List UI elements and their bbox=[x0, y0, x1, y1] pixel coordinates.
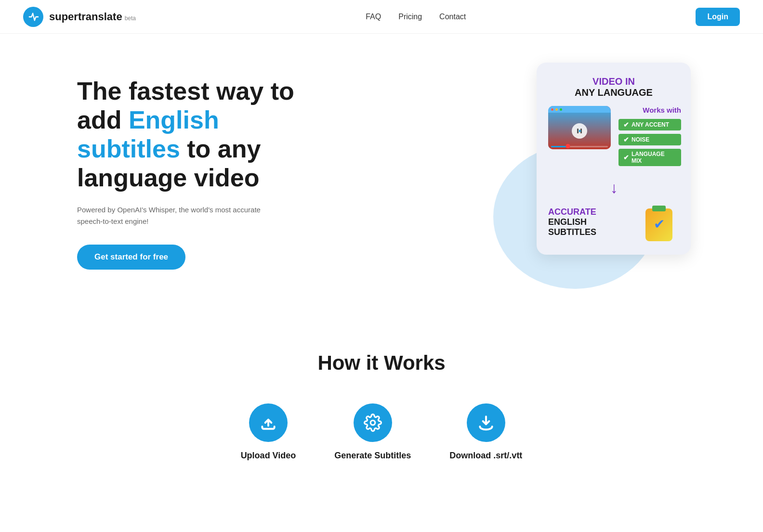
gear-icon bbox=[364, 414, 382, 432]
video-in-line1: VIDEO IN bbox=[548, 76, 679, 87]
progress-dot bbox=[566, 144, 570, 148]
card-bottom: ACCURATE ENGLISH SUBTITLES ✔ bbox=[548, 203, 679, 241]
hero-left: The fastest way to add English subtitles… bbox=[77, 77, 328, 269]
video-body bbox=[548, 113, 611, 149]
check-label-accent: ANY ACCENT bbox=[631, 121, 669, 128]
nav-link-contact[interactable]: Contact bbox=[439, 13, 466, 21]
video-thumbnail bbox=[548, 106, 611, 149]
check-badge-noise: ✔ NOISE bbox=[618, 134, 681, 145]
check-label-noise: NOISE bbox=[631, 136, 649, 143]
logo-beta: beta bbox=[125, 15, 136, 22]
upload-icon-circle bbox=[249, 403, 288, 442]
nav-link-pricing[interactable]: Pricing bbox=[398, 13, 422, 21]
video-progress-bar bbox=[551, 146, 608, 147]
nav-link-faq[interactable]: FAQ bbox=[366, 13, 381, 21]
check-badge-language-mix: ✔ LANGUAGE MIX bbox=[618, 149, 681, 166]
hero-illustration: VIDEO IN ANY LANGUAGE bbox=[522, 63, 705, 284]
check-icon-noise: ✔ bbox=[623, 136, 629, 143]
login-button[interactable]: Login bbox=[696, 8, 740, 26]
how-step-download: Download .srt/.vtt bbox=[449, 403, 522, 461]
play-button-icon bbox=[572, 123, 587, 139]
accurate-line2: ENGLISH bbox=[548, 217, 638, 227]
generate-step-label: Generate Subtitles bbox=[334, 451, 411, 461]
arrow-down-icon: ↓ bbox=[548, 179, 679, 197]
hero-section: The fastest way to add English subtitles… bbox=[0, 34, 763, 313]
check-item-noise: ✔ NOISE bbox=[618, 134, 681, 145]
download-step-label: Download .srt/.vtt bbox=[449, 451, 522, 461]
how-it-works-section: How it Works Upload Video Generate Subti… bbox=[0, 313, 763, 499]
check-icon-accent: ✔ bbox=[623, 121, 629, 129]
dot-yellow bbox=[555, 108, 558, 111]
navbar: supertranslate beta FAQ Pricing Contact … bbox=[0, 0, 763, 34]
card-top-label: VIDEO IN ANY LANGUAGE bbox=[548, 76, 679, 98]
svg-rect-0 bbox=[577, 129, 579, 133]
clipboard-checkmark: ✔ bbox=[654, 216, 665, 232]
check-icon-language-mix: ✔ bbox=[623, 154, 629, 161]
logo-text-wrap: supertranslate beta bbox=[49, 11, 136, 23]
screen-top-bar bbox=[548, 106, 611, 113]
illustration-card: VIDEO IN ANY LANGUAGE bbox=[537, 63, 691, 255]
works-with-panel: Works with ✔ ANY ACCENT ✔ NOISE bbox=[618, 106, 681, 169]
cta-button[interactable]: Get started for free bbox=[77, 245, 185, 270]
logo-area: supertranslate beta bbox=[23, 7, 136, 27]
check-badge-accent: ✔ ANY ACCENT bbox=[618, 119, 681, 130]
logo-text: supertranslate bbox=[49, 11, 122, 23]
check-item-language-mix: ✔ LANGUAGE MIX bbox=[618, 149, 681, 166]
clipboard-clip bbox=[652, 206, 666, 211]
clipboard-board: ✔ bbox=[645, 208, 672, 241]
how-it-works-title: How it Works bbox=[58, 351, 705, 375]
works-with-title: Works with bbox=[618, 106, 681, 114]
dot-red bbox=[551, 108, 553, 111]
clipboard-icon: ✔ bbox=[645, 203, 679, 241]
upload-step-label: Upload Video bbox=[241, 451, 296, 461]
check-item-accent: ✔ ANY ACCENT bbox=[618, 119, 681, 130]
how-step-generate: Generate Subtitles bbox=[334, 403, 411, 461]
video-in-line2: ANY LANGUAGE bbox=[548, 87, 679, 98]
download-icon bbox=[477, 414, 495, 432]
download-icon-circle bbox=[467, 403, 505, 442]
dot-green bbox=[560, 108, 562, 111]
upload-icon bbox=[259, 414, 277, 432]
nav-links: FAQ Pricing Contact bbox=[366, 13, 466, 21]
check-label-language-mix: LANGUAGE MIX bbox=[631, 151, 676, 164]
accurate-line3: SUBTITLES bbox=[548, 227, 638, 237]
hero-subtitle: Powered by OpenAI's Whisper, the world's… bbox=[77, 204, 279, 227]
gear-icon-circle bbox=[354, 403, 392, 442]
hero-title: The fastest way to add English subtitles… bbox=[77, 77, 328, 192]
bottom-labels: ACCURATE ENGLISH SUBTITLES bbox=[548, 207, 638, 237]
how-step-upload: Upload Video bbox=[241, 403, 296, 461]
how-steps: Upload Video Generate Subtitles Download… bbox=[58, 403, 705, 461]
card-middle: Works with ✔ ANY ACCENT ✔ NOISE bbox=[548, 106, 679, 169]
logo-icon bbox=[23, 7, 43, 27]
accurate-line1: ACCURATE bbox=[548, 207, 638, 217]
